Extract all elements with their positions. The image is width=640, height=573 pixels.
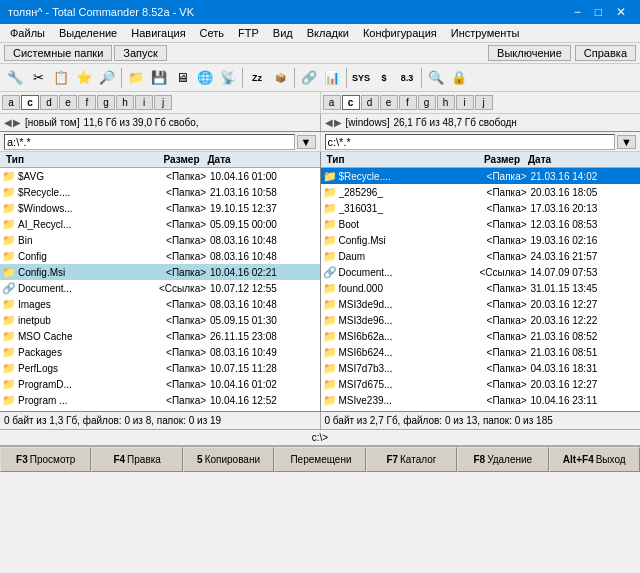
left-drive-h[interactable]: h: [116, 95, 134, 110]
table-row[interactable]: 📁PerfLogs<Папка>10.07.15 11:28: [0, 360, 320, 376]
right-nav-back[interactable]: ◀: [325, 117, 333, 128]
toolbar-icon-4[interactable]: ⭐: [73, 67, 95, 89]
close-button[interactable]: ✕: [610, 5, 632, 19]
f6-key[interactable]: Перемещени: [274, 447, 365, 472]
right-path-menu[interactable]: ▼: [617, 135, 636, 149]
table-row[interactable]: 📁Daum<Папка>24.03.16 21:57: [321, 248, 641, 264]
f4-key[interactable]: F4Правка: [91, 447, 182, 472]
table-row[interactable]: 📁MSI7d675...<Папка>20.03.16 12:27: [321, 376, 641, 392]
menu-tools[interactable]: Инструменты: [445, 26, 526, 40]
minimize-button[interactable]: −: [568, 5, 587, 19]
toolbar-icon-14[interactable]: 📊: [321, 67, 343, 89]
left-path-menu[interactable]: ▼: [297, 135, 316, 149]
table-row[interactable]: 📁Bin<Папка>08.03.16 10:48: [0, 232, 320, 248]
menu-view[interactable]: Вид: [267, 26, 299, 40]
left-nav-back[interactable]: ◀: [4, 117, 12, 128]
left-drive-a[interactable]: a: [2, 95, 20, 110]
table-row[interactable]: 🔗Document...<Ссылка>10.07.12 12:55: [0, 280, 320, 296]
toolbar-icon-6[interactable]: 📁: [125, 67, 147, 89]
table-row[interactable]: 📁Recovery<Папка>05.09.15 01:43: [0, 408, 320, 411]
table-row[interactable]: 📁$Recycle....<Папка>21.03.16 10:58: [0, 184, 320, 200]
toolbar-icon-18[interactable]: 🔍: [425, 67, 447, 89]
left-drive-j[interactable]: j: [154, 95, 172, 110]
table-row[interactable]: 📁MSI7d7b3...<Папка>04.03.16 18:31: [321, 360, 641, 376]
right-drive-c[interactable]: c: [342, 95, 360, 110]
table-row[interactable]: 📁MSO Cache<Папка>26.11.15 23:08: [0, 328, 320, 344]
left-nav-fwd[interactable]: ▶: [13, 117, 21, 128]
right-drive-e[interactable]: e: [380, 95, 398, 110]
f3-key[interactable]: F3Просмотр: [0, 447, 91, 472]
table-row[interactable]: 📁$Windows...<Папка>19.10.15 12:37: [0, 200, 320, 216]
altf4-key[interactable]: Alt+F4Выход: [549, 447, 640, 472]
table-row[interactable]: 🔗Document...<Ссылка>14.07.09 07:53: [321, 264, 641, 280]
toolbar-icon-9[interactable]: 🌐: [194, 67, 216, 89]
left-path-input[interactable]: [4, 134, 295, 150]
right-drive-j[interactable]: j: [475, 95, 493, 110]
menu-ftp[interactable]: FTP: [232, 26, 265, 40]
table-row[interactable]: 📁$Recycle....<Папка>21.03.16 14:02: [321, 168, 641, 184]
table-row[interactable]: 📁Config.Msi<Папка>10.04.16 02:21: [0, 264, 320, 280]
f5-key[interactable]: 5Копировани: [183, 447, 274, 472]
table-row[interactable]: 📁Program ...<Папка>10.04.16 12:52: [0, 392, 320, 408]
table-row[interactable]: 📁_285296_<Папка>20.03.16 18:05: [321, 184, 641, 200]
table-row[interactable]: 📁Images<Папка>08.03.16 10:48: [0, 296, 320, 312]
table-row[interactable]: 📁Config.Msi<Папка>19.03.16 02:16: [321, 232, 641, 248]
left-col-size[interactable]: Размер: [116, 153, 204, 166]
left-drive-e[interactable]: e: [59, 95, 77, 110]
left-col-date[interactable]: Дата: [204, 153, 318, 166]
right-drive-a[interactable]: a: [323, 95, 341, 110]
toolbar-icon-17[interactable]: 8.3: [396, 67, 418, 89]
table-row[interactable]: 📁Config<Папка>08.03.16 10:48: [0, 248, 320, 264]
maximize-button[interactable]: □: [589, 5, 608, 19]
right-path-input[interactable]: [325, 134, 616, 150]
left-drive-d[interactable]: d: [40, 95, 58, 110]
toolbar-icon-1[interactable]: 🔧: [4, 67, 26, 89]
toolbar-icon-11[interactable]: Zz: [246, 67, 268, 89]
right-drive-d[interactable]: d: [361, 95, 379, 110]
table-row[interactable]: 📁AI_Recycl...<Папка>05.09.15 00:00: [0, 216, 320, 232]
menu-select[interactable]: Выделение: [53, 26, 123, 40]
left-drive-g[interactable]: g: [97, 95, 115, 110]
toolbar-icon-16[interactable]: $: [373, 67, 395, 89]
right-drive-f[interactable]: f: [399, 95, 417, 110]
table-row[interactable]: 📁MSI7ea4f...<Папка>18.03.16 12:44: [321, 408, 641, 411]
shutdown-button[interactable]: Выключение: [488, 45, 571, 61]
table-row[interactable]: 📁inetpub<Папка>05.09.15 01:30: [0, 312, 320, 328]
menu-tabs[interactable]: Вкладки: [301, 26, 355, 40]
menu-files[interactable]: Файлы: [4, 26, 51, 40]
table-row[interactable]: 📁MSI3de9d...<Папка>20.03.16 12:27: [321, 296, 641, 312]
table-row[interactable]: 📁ProgramD...<Папка>10.04.16 01:02: [0, 376, 320, 392]
f8-key[interactable]: F8Удаление: [457, 447, 548, 472]
toolbar-icon-10[interactable]: 📡: [217, 67, 239, 89]
right-col-size[interactable]: Размер: [437, 153, 525, 166]
left-drive-c[interactable]: c: [21, 95, 39, 110]
left-col-type[interactable]: Тип: [2, 153, 116, 166]
left-drive-f[interactable]: f: [78, 95, 96, 110]
help-button[interactable]: Справка: [575, 45, 636, 61]
launch-button[interactable]: Запуск: [114, 45, 166, 61]
table-row[interactable]: 📁$AVG<Папка>10.04.16 01:00: [0, 168, 320, 184]
toolbar-icon-3[interactable]: 📋: [50, 67, 72, 89]
toolbar-icon-15[interactable]: SYS: [350, 67, 372, 89]
table-row[interactable]: 📁MSI6b62a...<Папка>21.03.16 08:52: [321, 328, 641, 344]
table-row[interactable]: 📁found.000<Папка>31.01.15 13:45: [321, 280, 641, 296]
toolbar-icon-7[interactable]: 💾: [148, 67, 170, 89]
toolbar-icon-8[interactable]: 🖥: [171, 67, 193, 89]
table-row[interactable]: 📁Packages<Папка>08.03.16 10:49: [0, 344, 320, 360]
f7-key[interactable]: F7Каталог: [366, 447, 457, 472]
table-row[interactable]: 📁MSIve239...<Папка>10.04.16 23:11: [321, 392, 641, 408]
right-col-type[interactable]: Тип: [323, 153, 437, 166]
table-row[interactable]: 📁MSI3de96...<Папка>20.03.16 12:22: [321, 312, 641, 328]
table-row[interactable]: 📁MSI6b624...<Папка>21.03.16 08:51: [321, 344, 641, 360]
toolbar-icon-2[interactable]: ✂: [27, 67, 49, 89]
right-drive-i[interactable]: i: [456, 95, 474, 110]
toolbar-icon-5[interactable]: 🔎: [96, 67, 118, 89]
left-drive-i[interactable]: i: [135, 95, 153, 110]
toolbar-icon-12[interactable]: 📦: [269, 67, 291, 89]
table-row[interactable]: 📁Boot<Папка>12.03.16 08:53: [321, 216, 641, 232]
menu-net[interactable]: Сеть: [194, 26, 230, 40]
right-drive-h[interactable]: h: [437, 95, 455, 110]
toolbar-icon-13[interactable]: 🔗: [298, 67, 320, 89]
menu-nav[interactable]: Навигация: [125, 26, 191, 40]
right-col-date[interactable]: Дата: [524, 153, 638, 166]
